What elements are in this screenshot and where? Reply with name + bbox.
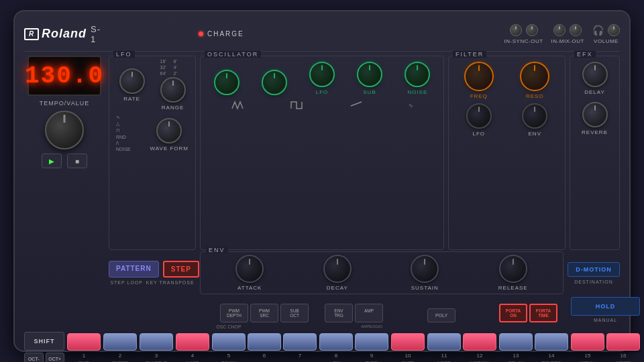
shift-button[interactable]: SHIFT xyxy=(24,332,64,351)
filter-env-knob[interactable] xyxy=(522,103,547,129)
pad-3[interactable] xyxy=(140,333,173,351)
keypad-12: 12 MOTION xyxy=(463,324,496,362)
filter-lfo-knob[interactable] xyxy=(466,103,492,129)
keypad-15: 15 MENU xyxy=(571,324,604,362)
volume-knob[interactable] xyxy=(608,24,620,36)
decay-knob[interactable] xyxy=(323,255,352,283)
pad-15[interactable] xyxy=(571,333,604,351)
filter-reso-knob[interactable] xyxy=(520,62,549,91)
efx-section: EFX DELAY REVERB xyxy=(570,56,620,250)
osc-sub-knob[interactable] xyxy=(357,62,382,87)
mix-port-label: IN-MIX-OUT xyxy=(551,38,584,44)
pad-2[interactable] xyxy=(103,333,137,351)
play-button[interactable]: ▶ xyxy=(42,154,62,168)
osc-lfo-knob[interactable] xyxy=(309,62,335,87)
pad15-number: 15 xyxy=(585,353,591,359)
pad8-number: 8 xyxy=(335,353,337,359)
mix-knob-2[interactable] xyxy=(570,24,582,36)
roland-logo: R Roland S-1 xyxy=(24,24,105,44)
filter-lfo-label: LFO xyxy=(472,131,485,137)
destination-label: DESTINATION xyxy=(568,280,620,284)
attack-knob[interactable] xyxy=(235,255,264,283)
sustain-label: SUSTAIN xyxy=(411,285,439,291)
pwm-depth-btn[interactable]: PWM DEPTH xyxy=(220,304,248,322)
volume-label: VOLUME xyxy=(594,38,619,44)
sustain-knob[interactable] xyxy=(411,255,439,283)
mix-knob-1[interactable] xyxy=(553,24,566,36)
keypad-1: 1 EXIT xyxy=(67,324,101,362)
sync-knob-1[interactable] xyxy=(510,24,522,36)
pad5-number: 5 xyxy=(227,353,230,359)
pad-12[interactable] xyxy=(463,333,496,351)
efx-reverb-knob[interactable] xyxy=(582,102,608,127)
hold-button[interactable]: HOLD xyxy=(571,297,640,316)
tempo-value-knob[interactable] xyxy=(45,111,84,149)
pad-11[interactable] xyxy=(427,333,461,351)
tempo-display: 130.0 xyxy=(28,56,101,96)
decay-knob-group: DECAY xyxy=(323,255,352,291)
pad-7[interactable] xyxy=(283,333,317,351)
efx-delay-knob[interactable] xyxy=(582,62,608,87)
pad-5[interactable] xyxy=(212,333,246,351)
oct-minus-button[interactable]: OCT- xyxy=(24,353,44,362)
keypad-11: 11 NOTE xyxy=(427,324,461,362)
env-trg-btn[interactable]: ENV TRG xyxy=(325,304,353,322)
stop-button[interactable]: ■ xyxy=(67,154,87,168)
lfo-waveform-knob[interactable] xyxy=(156,118,182,143)
range-8: 8' xyxy=(174,59,186,64)
keypad-7: 7 xyxy=(283,324,317,362)
step-button[interactable]: STEP xyxy=(163,261,199,278)
filter-freq-knob[interactable] xyxy=(464,62,494,91)
filter-freq-label: FREQ xyxy=(470,93,488,99)
pad1-number: 1 xyxy=(83,353,85,359)
pad-4[interactable] xyxy=(176,333,209,351)
pad9-number: 9 xyxy=(370,353,373,359)
pad11-number: 11 xyxy=(441,353,447,359)
keypad-4: 4 LAST xyxy=(176,324,209,362)
manual-label: MANUAL xyxy=(571,318,640,322)
keypad-9: ARPEGGIO 9 TYPE xyxy=(355,324,388,362)
keypad-16: 16 WRITE xyxy=(606,324,640,362)
pad-14[interactable] xyxy=(535,333,568,351)
osc-knob-1[interactable] xyxy=(214,70,239,95)
lfo-section: LFO RATE 16' 8' 32' 4' 64' 2' xyxy=(109,56,196,250)
range-16: 16' xyxy=(160,59,172,64)
sub-oct-btn[interactable]: SUB OCT xyxy=(280,304,309,322)
keypad-10: 10 RATE xyxy=(391,324,425,362)
pad-8[interactable] xyxy=(319,333,353,351)
lfo-rate-knob[interactable] xyxy=(119,68,145,94)
osc-knob-2[interactable] xyxy=(262,70,287,95)
release-knob[interactable] xyxy=(499,255,527,283)
keypad-5: OSC CHOP 5 DRAW xyxy=(212,324,246,362)
attack-knob-group: ATTACK xyxy=(235,255,264,291)
headphone-icon: 🎧 xyxy=(592,25,604,36)
osc-noise-knob[interactable] xyxy=(405,62,430,87)
pattern-button[interactable]: PATTERN xyxy=(109,261,159,278)
porta-on-button[interactable]: PORTA ON xyxy=(499,304,527,322)
release-label: RELEASE xyxy=(498,285,528,291)
osc-knob1-group xyxy=(214,70,239,95)
pad-10[interactable] xyxy=(391,333,425,351)
efx-reverb-label: REVERB xyxy=(582,129,608,135)
roland-r-icon: R xyxy=(24,28,39,40)
lfo-range-knob[interactable] xyxy=(160,77,186,103)
pad-13[interactable] xyxy=(499,333,533,351)
decay-label: DECAY xyxy=(327,285,348,291)
sync-knob-2[interactable] xyxy=(526,24,538,36)
porta-time-button[interactable]: PORTA TIME xyxy=(529,304,557,322)
poly-btn[interactable]: POLY xyxy=(427,308,455,322)
pwm-src-btn[interactable]: PWM SRC xyxy=(250,304,278,322)
oct-plus-button[interactable]: OCT+ xyxy=(46,353,65,362)
dmotion-button[interactable]: D-MOTION xyxy=(568,262,620,277)
wave-sawtooth: /\ xyxy=(116,141,131,145)
amp-btn[interactable]: AMP xyxy=(355,304,383,322)
pad-1[interactable] xyxy=(67,333,101,351)
pad-9[interactable] xyxy=(355,333,388,351)
pad-16[interactable] xyxy=(606,333,640,351)
filter-env-label: ENV xyxy=(529,131,541,137)
pad16-number: 16 xyxy=(621,353,627,359)
pad-6[interactable] xyxy=(248,333,281,351)
pad7-number: 7 xyxy=(299,353,301,359)
wave-square: ⊓ xyxy=(116,128,131,133)
tempo-label: TEMPO/VALUE xyxy=(40,100,89,107)
